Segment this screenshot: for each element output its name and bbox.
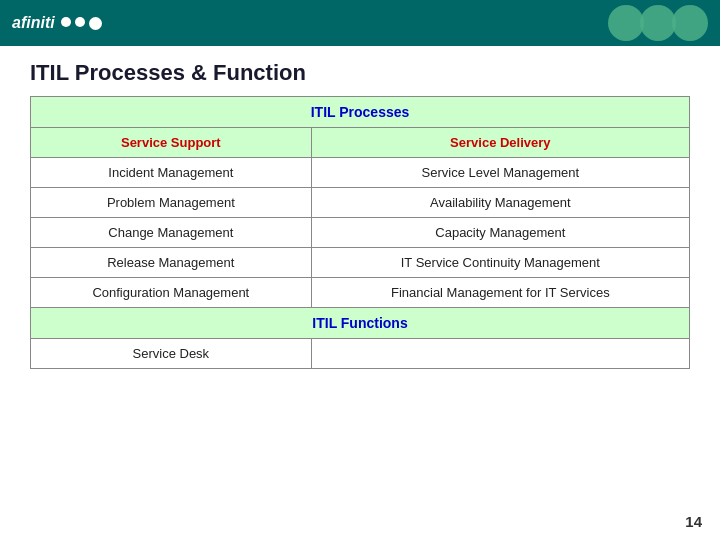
row5-col2: Financial Management for IT Services bbox=[311, 278, 689, 308]
table-row: Incident Management Service Level Manage… bbox=[31, 158, 690, 188]
itil-functions-header-row: ITIL Functions bbox=[31, 308, 690, 339]
service-desk-empty bbox=[311, 339, 689, 369]
header-circle-3 bbox=[672, 5, 708, 41]
itil-table: ITIL Processes Service Support Service D… bbox=[30, 96, 690, 369]
row4-col2: IT Service Continuity Management bbox=[311, 248, 689, 278]
logo-dot-3 bbox=[89, 17, 102, 30]
row1-col1: Incident Management bbox=[31, 158, 312, 188]
service-desk-row: Service Desk bbox=[31, 339, 690, 369]
header-circles bbox=[608, 5, 708, 41]
row4-col1: Release Management bbox=[31, 248, 312, 278]
table-row: Configuration Management Financial Manag… bbox=[31, 278, 690, 308]
logo-dot-2 bbox=[75, 17, 85, 27]
main-content: ITIL Processes Service Support Service D… bbox=[0, 96, 720, 369]
logo-area: afiniti bbox=[12, 14, 102, 32]
page-title: ITIL Processes & Function bbox=[0, 46, 720, 96]
itil-functions-label: ITIL Functions bbox=[31, 308, 690, 339]
table-row: Problem Management Availability Manageme… bbox=[31, 188, 690, 218]
itil-processes-header-row: ITIL Processes bbox=[31, 97, 690, 128]
row3-col1: Change Management bbox=[31, 218, 312, 248]
logo-dots bbox=[61, 17, 102, 30]
table-row: Change Management Capacity Management bbox=[31, 218, 690, 248]
row1-col2: Service Level Management bbox=[311, 158, 689, 188]
subheader-row: Service Support Service Delivery bbox=[31, 128, 690, 158]
logo-dot-1 bbox=[61, 17, 71, 27]
col2-header: Service Delivery bbox=[311, 128, 689, 158]
row3-col2: Capacity Management bbox=[311, 218, 689, 248]
table-row: Release Management IT Service Continuity… bbox=[31, 248, 690, 278]
row2-col1: Problem Management bbox=[31, 188, 312, 218]
col1-header: Service Support bbox=[31, 128, 312, 158]
row2-col2: Availability Management bbox=[311, 188, 689, 218]
row5-col1: Configuration Management bbox=[31, 278, 312, 308]
header-circle-1 bbox=[608, 5, 644, 41]
header-circle-2 bbox=[640, 5, 676, 41]
itil-processes-label: ITIL Processes bbox=[31, 97, 690, 128]
header-bar: afiniti bbox=[0, 0, 720, 46]
service-desk-label: Service Desk bbox=[31, 339, 312, 369]
logo-text: afiniti bbox=[12, 14, 55, 32]
page-number: 14 bbox=[685, 513, 702, 530]
